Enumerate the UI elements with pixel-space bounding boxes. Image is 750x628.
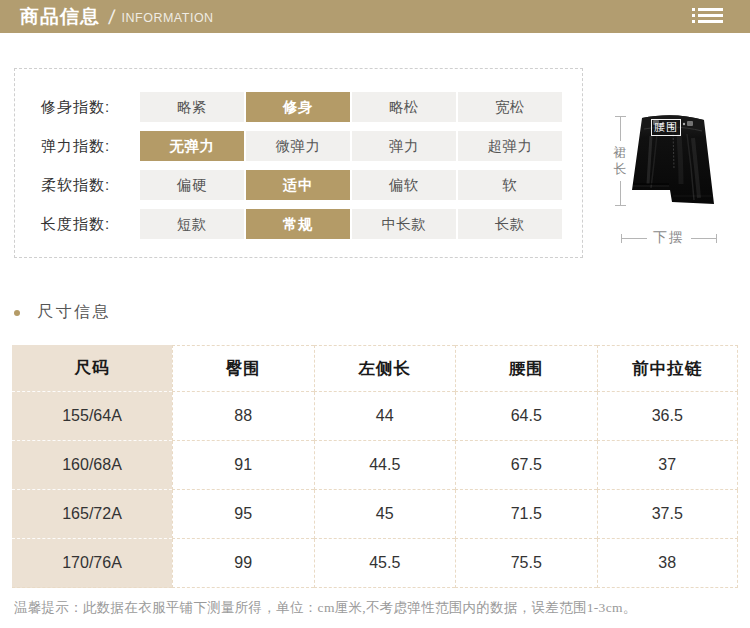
size-table: 尺码臀围左侧长腰围前中拉链155/64A884464.536.5160/68A9… [12,345,738,588]
table-value-cell: 44 [314,392,456,441]
measure-line [620,117,621,141]
table-value-cell: 45 [314,490,456,539]
table-value-cell: 44.5 [314,441,456,490]
page-title: 商品信息 [20,4,100,30]
table-value-cell: 36.5 [597,392,739,441]
table-size-cell: 170/76A [12,539,172,588]
list-icon-row [692,14,724,17]
measure-line [622,238,647,239]
table-value-cell: 91 [172,441,314,490]
attribute-panel-rows: 修身指数:略紧修身略松宽松弹力指数:无弹力微弹力弹力超弹力柔软指数:偏硬适中偏软… [15,92,582,239]
attribute-option: 弹力 [352,131,456,161]
hem-measure-guide: 下摆 [621,230,717,246]
list-menu-icon[interactable] [692,8,724,23]
title-divider: / [108,7,116,27]
measure-cap [615,205,626,206]
table-value-cell: 64.5 [455,392,597,441]
attribute-option-selected: 常规 [246,209,350,239]
attribute-label: 弹力指数: [15,137,140,156]
attribute-option-selected: 无弹力 [140,131,244,161]
attribute-row: 弹力指数:无弹力微弹力弹力超弹力 [15,131,582,161]
attribute-option: 软 [458,170,562,200]
length-measure-guide: 裙 长 [611,116,629,206]
attribute-option: 超弹力 [458,131,562,161]
table-value-cell: 99 [172,539,314,588]
size-section-title: 尺寸信息 [37,302,111,323]
attribute-label: 柔软指数: [15,176,140,195]
measure-tick [716,234,717,243]
table-value-cell: 38 [597,539,739,588]
list-icon-row [692,20,724,23]
product-info-page: 商品信息 / INFORMATION 修身指数:略紧修身略松宽松弹力指数:无弹力… [0,0,750,628]
attribute-label: 长度指数: [15,215,140,234]
table-value-cell: 71.5 [455,490,597,539]
attribute-option-selected: 修身 [246,92,350,122]
attribute-option: 宽松 [458,92,562,122]
attribute-panel: 修身指数:略紧修身略松宽松弹力指数:无弹力微弹力弹力超弹力柔软指数:偏硬适中偏软… [14,68,583,258]
page-subtitle: INFORMATION [122,11,214,25]
size-section-heading: 尺寸信息 [14,302,111,323]
table-value-cell: 75.5 [455,539,597,588]
waist-measure-label: 腰围 [651,119,681,136]
attribute-option: 长款 [458,209,562,239]
attribute-option-selected: 适中 [246,170,350,200]
table-header-cell: 左侧长 [314,345,456,392]
hem-measure-label: 下摆 [647,229,691,247]
footer-note: 温馨提示：此数据在衣服平铺下测量所得，单位：cm厘米,不考虑弹性范围内的数据，误… [14,599,746,617]
table-header-cell: 臀围 [172,345,314,392]
attribute-option: 偏硬 [140,170,244,200]
product-figure: 腰围 裙 长 下摆 [585,62,750,262]
table-header-cell: 尺码 [12,345,172,392]
table-size-cell: 160/68A [12,441,172,490]
attribute-option: 略松 [352,92,456,122]
attribute-row: 修身指数:略紧修身略松宽松 [15,92,582,122]
table-header-cell: 腰围 [455,345,597,392]
table-value-cell: 67.5 [455,441,597,490]
table-value-cell: 88 [172,392,314,441]
table-size-cell: 165/72A [12,490,172,539]
attribute-row: 柔软指数:偏硬适中偏软软 [15,170,582,200]
measure-line [691,238,716,239]
header-bar: 商品信息 / INFORMATION [0,0,750,33]
attribute-label: 修身指数: [15,98,140,117]
table-size-cell: 155/64A [12,392,172,441]
table-value-cell: 45.5 [314,539,456,588]
table-header-cell: 前中拉链 [597,345,739,392]
length-measure-label: 裙 长 [614,145,627,177]
attribute-row: 长度指数:短款常规中长款长款 [15,209,582,239]
measure-line [620,181,621,205]
attribute-option: 略紧 [140,92,244,122]
table-value-cell: 37 [597,441,739,490]
attribute-option: 微弹力 [246,131,350,161]
table-value-cell: 37.5 [597,490,739,539]
attribute-option: 偏软 [352,170,456,200]
list-icon-row [692,8,724,11]
table-value-cell: 95 [172,490,314,539]
attribute-option: 中长款 [352,209,456,239]
bullet-icon [14,310,20,316]
attribute-option: 短款 [140,209,244,239]
